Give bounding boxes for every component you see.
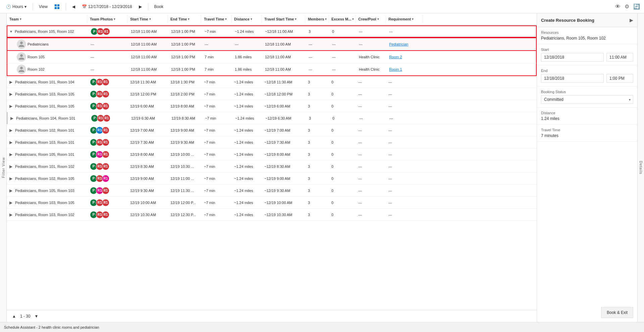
eye-icon[interactable]: 👁 (615, 4, 621, 10)
expand-icon[interactable]: ▶ (9, 188, 12, 193)
table-row[interactable]: ▶ Pediatricians, Room 103, Room 105 P R1… (7, 88, 537, 100)
row-team-cell: ▶ Pediatricians, Room 103, Room 101 (7, 139, 87, 146)
booking-status-wrapper: Committed Tentative Canceled Hard (541, 95, 633, 104)
col-requirement-sort-icon: ▾ (412, 17, 414, 21)
booking-status-select[interactable]: Committed Tentative Canceled Hard (541, 95, 633, 104)
expand-icon[interactable]: ▶ (9, 212, 12, 217)
table-row[interactable]: ▶ Pediatricians, Room 101, Room 104 P R1… (7, 76, 537, 88)
expand-icon[interactable]: ▶ (9, 164, 12, 169)
filter-sidebar[interactable]: Filter View (0, 13, 7, 322)
table-row[interactable]: ▶ Pediatricians, Room 105, Room 101 P R1… (7, 148, 537, 160)
grid-view-button[interactable] (52, 3, 62, 11)
expand-icon[interactable]: ▾ (10, 29, 12, 34)
refresh-icon[interactable]: 🔄 (633, 3, 640, 10)
col-header-excess[interactable]: Excess M... ▾ (329, 15, 356, 23)
expand-icon[interactable]: ▶ (9, 200, 12, 205)
table-row[interactable]: ▶ Pediatricians, Room 102, Room 105 P R1… (7, 173, 537, 185)
row-distance-cell: 1.86 miles (232, 66, 262, 73)
row-team-label: Pediatricians, Room 102, Room 105 (15, 177, 74, 181)
row-req-cell[interactable]: Room 1 (386, 66, 423, 73)
table-row[interactable]: ▶ Pediatricians, Room 101, Room 105 P R1… (7, 100, 537, 112)
row-team-cell: ▶ Pediatricians, Room 103, Room 105 (7, 199, 87, 206)
next-date-button[interactable]: ▶ (137, 3, 144, 10)
col-header-photos[interactable]: Team Photos ▾ (87, 15, 127, 23)
right-panel-expand-icon[interactable]: ▶ (630, 17, 633, 23)
row-team-label: Pediatricians, Room 103, Room 105 (15, 201, 74, 205)
requirement-link[interactable]: Room 1 (389, 67, 402, 71)
col-header-start[interactable]: Start Time ▾ (127, 15, 168, 23)
row-members-cell: 3 (305, 175, 329, 182)
requirement-link[interactable]: Room 2 (389, 55, 402, 59)
col-header-requirement[interactable]: Requirement ▾ (386, 15, 423, 23)
row-travel-start-cell: ~12/19 10:30 AM (262, 211, 305, 218)
col-header-team[interactable]: Team ▾ (7, 15, 87, 23)
col-header-crew[interactable]: Crew/Pool ▾ (356, 15, 386, 23)
expand-icon[interactable]: ▶ (9, 140, 12, 145)
col-header-distance[interactable]: Distance ▾ (231, 15, 262, 23)
expand-icon[interactable]: ▶ (9, 92, 12, 96)
requirement-link[interactable]: Pediatrician (389, 42, 408, 46)
expand-icon[interactable]: ▶ (10, 116, 13, 121)
row-excess-cell: 0 (329, 139, 356, 146)
row-distance-cell: ~1.24 miles (231, 91, 262, 97)
col-header-members[interactable]: Members ▾ (305, 15, 329, 23)
status-bar: Schedule Assistant - 2 health clinic roo… (0, 322, 644, 332)
view-selector[interactable]: View (37, 3, 50, 10)
book-button[interactable]: Book (152, 3, 165, 10)
table-row[interactable]: ▶ Pediatricians, Room 104, Room 101 P R1… (7, 112, 537, 124)
expand-icon[interactable]: ▶ (9, 152, 12, 157)
right-panel-title: Create Resource Booking (541, 18, 594, 23)
col-travel-start-sort-icon: ▾ (295, 17, 297, 21)
col-header-end[interactable]: End Time ▾ (168, 15, 201, 23)
book-exit-button[interactable]: Book & Exit (601, 307, 633, 318)
table-row[interactable]: Room 102 --- 12/18 11:00 AM 12/18 1:00 P… (7, 63, 537, 76)
table-row[interactable]: ▶ Pediatricians, Room 102, Room 101 P R1… (7, 124, 537, 136)
grid-header: Team ▾ Team Photos ▾ Start Time ▾ End Ti… (7, 13, 537, 25)
right-panel-header: Create Resource Booking ▶ (537, 13, 637, 27)
table-row[interactable]: Pediatricians --- 12/18 11:00 AM 12/18 1… (7, 38, 537, 51)
end-time-input[interactable] (606, 74, 633, 83)
table-row[interactable]: ▶ Pediatricians, Room 103, Room 102 P R1… (7, 209, 537, 221)
row-start-cell: 12/18 11:00 AM (128, 28, 168, 35)
start-date-input[interactable] (541, 53, 604, 62)
date-picker[interactable]: 📅 12/17/2018 - 12/23/2018 (80, 3, 134, 10)
row-photos-cell: P R1 R1 (87, 210, 127, 220)
row-distance-cell: ~1.24 miles (231, 151, 262, 158)
row-distance-cell: ~1.24 miles (232, 28, 262, 35)
row-photos-cell: P R1 R1 (87, 89, 127, 99)
expand-icon[interactable]: ▶ (9, 128, 12, 133)
row-req-cell[interactable]: Pediatrician (386, 41, 423, 48)
end-date-input[interactable] (541, 74, 604, 83)
page-up-icon[interactable]: ▲ (11, 313, 17, 319)
table-row[interactable]: ▶ Pediatricians, Room 103, Room 105 P R1… (7, 197, 537, 209)
table-row[interactable]: ▾ Pediatricians, Room 105, Room 102 P R1… (7, 25, 537, 38)
table-row[interactable]: Room 105 --- 12/18 11:00 AM 12/18 1:00 P… (7, 51, 537, 63)
avatar: R1 (102, 90, 109, 98)
row-travel-cell: ~7 min (202, 28, 232, 35)
expand-icon[interactable]: ▶ (9, 176, 12, 181)
details-sidebar[interactable]: Details (637, 13, 644, 322)
page-down-icon[interactable]: ▼ (33, 313, 40, 319)
table-row[interactable]: ▶ Pediatricians, Room 103, Room 101 P R1… (7, 136, 537, 148)
row-members-cell: 3 (305, 199, 329, 206)
row-end-cell: 12/19 11:30 ... (168, 187, 201, 194)
panel-spacer (537, 142, 637, 303)
row-crew-cell: --- (356, 151, 386, 158)
row-req-cell[interactable]: Room 2 (386, 54, 423, 60)
prev-date-button[interactable]: ◀ (70, 3, 77, 10)
row-travel-start-cell: ~12/19 6:30 AM (263, 115, 306, 122)
start-time-input[interactable] (606, 53, 633, 62)
row-end-cell: 12/19 8:30 AM (169, 115, 202, 122)
chevron-right-icon: ▶ (139, 4, 142, 9)
book-label: Book (154, 4, 163, 9)
gear-icon[interactable]: ⚙ (625, 3, 629, 10)
col-header-travel[interactable]: Travel Time ▾ (201, 15, 231, 23)
table-row[interactable]: ▶ Pediatricians, Room 105, Room 103 P R1… (7, 185, 537, 197)
table-row[interactable]: ▶ Pediatricians, Room 101, Room 102 P R1… (7, 160, 537, 173)
col-header-travel-start[interactable]: Travel Start Time ▾ (262, 15, 305, 23)
expand-icon[interactable]: ▶ (9, 104, 12, 109)
row-travel-cell: ~7 min (201, 139, 231, 146)
expand-icon[interactable]: ▶ (9, 80, 12, 84)
row-travel-start-cell: ~12/19 8:00 AM (262, 151, 305, 158)
hours-selector[interactable]: 🕐 Hours ▾ (4, 3, 29, 10)
